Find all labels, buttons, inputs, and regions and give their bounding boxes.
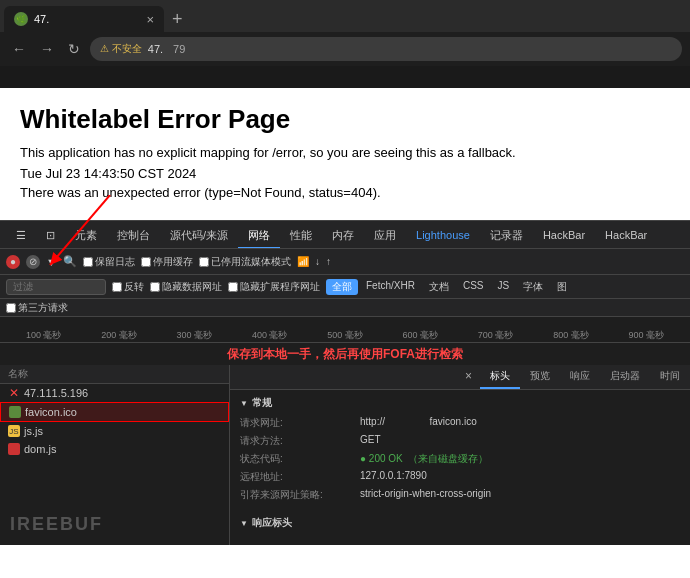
detail-tab-headers[interactable]: 标头 <box>480 365 520 389</box>
tl-500ms: 500 毫秒 <box>307 329 382 342</box>
detail-tab-preview[interactable]: 预览 <box>520 365 560 389</box>
row-key-referrer: 引荐来源网址策略: <box>240 488 360 502</box>
detail-tab-initiator[interactable]: 启动器 <box>600 365 650 389</box>
page-description: This application has no explicit mapping… <box>20 145 670 160</box>
triangle-icon: ▼ <box>240 399 248 408</box>
wifi-icon: 📶 <box>297 256 309 267</box>
page-title: Whitelabel Error Page <box>20 104 670 135</box>
js-icon: JS <box>8 425 20 437</box>
new-tab-button[interactable]: + <box>164 6 191 32</box>
request-jsjs-item[interactable]: JS js.js <box>0 422 229 440</box>
disable-cache-checkbox[interactable]: 停用缓存 <box>141 255 193 269</box>
invert-checkbox[interactable]: 反转 <box>112 280 144 294</box>
filter-js[interactable]: JS <box>491 279 515 295</box>
row-key-status: 状态代码: <box>240 452 360 466</box>
tab-elements[interactable]: 元素 <box>65 221 107 249</box>
search-button[interactable]: 🔍 <box>63 255 77 268</box>
section-general-title: ▼ 常规 <box>240 396 680 410</box>
filter-input[interactable] <box>6 279 106 295</box>
tl-700ms: 700 毫秒 <box>458 329 533 342</box>
filter-doc[interactable]: 文档 <box>423 279 455 295</box>
tab-network[interactable]: 网络 <box>238 221 280 249</box>
filter-css[interactable]: CSS <box>457 279 490 295</box>
detail-tab-response[interactable]: 响应 <box>560 365 600 389</box>
browser-chrome: 🌿 47. × + ← → ↻ ⚠ 不安全 47. 79 <box>0 0 690 88</box>
detail-section-general: ▼ 常规 请求网址: http:// favicon.ico 请求方法: GET <box>230 390 690 510</box>
filter-font[interactable]: 字体 <box>517 279 549 295</box>
filter-img[interactable]: 图 <box>551 279 573 295</box>
request-favicon-name: favicon.ico <box>25 406 77 418</box>
tl-600ms: 600 毫秒 <box>383 329 458 342</box>
active-tab[interactable]: 🌿 47. × <box>4 6 164 32</box>
request-favicon-item[interactable]: favicon.ico <box>0 402 229 422</box>
tl-200ms: 200 毫秒 <box>81 329 156 342</box>
section-response-title: ▼ 响应标头 <box>240 516 680 530</box>
tab-title: 47. <box>34 13 140 25</box>
back-button[interactable]: ← <box>8 39 30 59</box>
tab-performance[interactable]: 性能 <box>280 221 322 249</box>
row-key-url: 请求网址: <box>240 416 360 430</box>
watermark: IREEBUF <box>10 514 103 535</box>
tl-300ms: 300 毫秒 <box>157 329 232 342</box>
download-icon: ↓ <box>315 256 320 267</box>
tab-console[interactable]: 控制台 <box>107 221 160 249</box>
tab-close-button[interactable]: × <box>146 12 154 27</box>
filter-fetch-xhr[interactable]: Fetch/XHR <box>360 279 421 295</box>
tab-sources[interactable]: 源代码/来源 <box>160 221 238 249</box>
third-party-row: 第三方请求 <box>0 299 690 317</box>
third-party-checkbox[interactable]: 第三方请求 <box>6 301 68 315</box>
tab-application[interactable]: 应用 <box>364 221 406 249</box>
annotation-row: 保存到本地一手，然后再使用FOFA进行检索 <box>0 343 690 365</box>
filter-row: 反转 隐藏数据网址 隐藏扩展程序网址 全部 Fetch/XHR 文档 CSS J… <box>0 275 690 299</box>
insecure-badge: ⚠ 不安全 <box>100 42 142 56</box>
address-bar[interactable]: ⚠ 不安全 47. 79 <box>90 37 682 61</box>
detail-row-remote: 远程地址: 127.0.0.1:7890 <box>240 468 680 486</box>
detail-tab-bar: × 标头 预览 响应 启动器 时间 <box>230 365 690 390</box>
triangle-icon2: ▼ <box>240 519 248 528</box>
detail-row-url: 请求网址: http:// favicon.ico <box>240 414 680 432</box>
tl-800ms: 800 毫秒 <box>533 329 608 342</box>
stop-button[interactable]: ⊘ <box>26 255 40 269</box>
address-number: 79 <box>173 43 185 55</box>
filter-type-buttons: 全部 Fetch/XHR 文档 CSS JS 字体 图 <box>326 279 573 295</box>
address-text: 47. <box>148 43 163 55</box>
nav-bar: ← → ↻ ⚠ 不安全 47. 79 <box>0 32 690 66</box>
tab-recorder[interactable]: 记录器 <box>480 221 533 249</box>
tab-bar: 🌿 47. × + <box>0 0 690 32</box>
error-icon: ✕ <box>8 387 20 399</box>
detail-close-button[interactable]: × <box>457 365 480 389</box>
row-key-method: 请求方法: <box>240 434 360 448</box>
page-error-msg: There was an unexpected error (type=Not … <box>20 185 670 200</box>
tab-memory[interactable]: 内存 <box>322 221 364 249</box>
devtools-tab-bar: ☰ ⊡ 元素 控制台 源代码/来源 网络 性能 内存 应用 Lighthouse… <box>0 221 690 249</box>
detail-row-status: 状态代码: ● 200 OK （来自磁盘缓存） <box>240 450 680 468</box>
request-ip-item[interactable]: ✕ 47.111.5.196 <box>0 384 229 402</box>
devtools-panel: ☰ ⊡ 元素 控制台 源代码/来源 网络 性能 内存 应用 Lighthouse… <box>0 220 690 545</box>
devtools-menu-btn[interactable]: ☰ <box>6 221 36 249</box>
upload-icon: ↑ <box>326 256 331 267</box>
record-button[interactable]: ● <box>6 255 20 269</box>
row-key-remote: 远程地址: <box>240 470 360 484</box>
tl-900ms: 900 毫秒 <box>609 329 684 342</box>
detail-tab-timing[interactable]: 时间 <box>650 365 690 389</box>
preserve-log-checkbox[interactable]: 保留日志 <box>83 255 135 269</box>
detail-section-response: ▼ 响应标头 <box>230 510 690 540</box>
filter-button[interactable]: ▼ <box>46 256 57 268</box>
annotation-text: 保存到本地一手，然后再使用FOFA进行检索 <box>227 346 463 363</box>
tab-lighthouse[interactable]: Lighthouse <box>406 221 480 249</box>
reload-button[interactable]: ↻ <box>64 39 84 59</box>
filter-all[interactable]: 全部 <box>326 279 358 295</box>
request-jsjs-name: js.js <box>24 425 43 437</box>
hide-data-url-checkbox[interactable]: 隐藏数据网址 <box>150 280 222 294</box>
disable-streaming-checkbox[interactable]: 已停用流媒体模式 <box>199 255 291 269</box>
req-header: 名称 <box>0 365 229 384</box>
devtools-inspect-btn[interactable]: ⊡ <box>36 221 65 249</box>
row-val-referrer: strict-origin-when-cross-origin <box>360 488 491 502</box>
request-domjs-item[interactable]: dom.js <box>0 440 229 458</box>
tab-hackbar1[interactable]: HackBar <box>533 221 595 249</box>
forward-button[interactable]: → <box>36 39 58 59</box>
row-val-status: ● 200 OK （来自磁盘缓存） <box>360 452 488 466</box>
hide-ext-url-checkbox[interactable]: 隐藏扩展程序网址 <box>228 280 320 294</box>
tab-hackbar2[interactable]: HackBar <box>595 221 657 249</box>
timeline-bar: 100 毫秒 200 毫秒 300 毫秒 400 毫秒 500 毫秒 600 毫… <box>0 317 690 343</box>
